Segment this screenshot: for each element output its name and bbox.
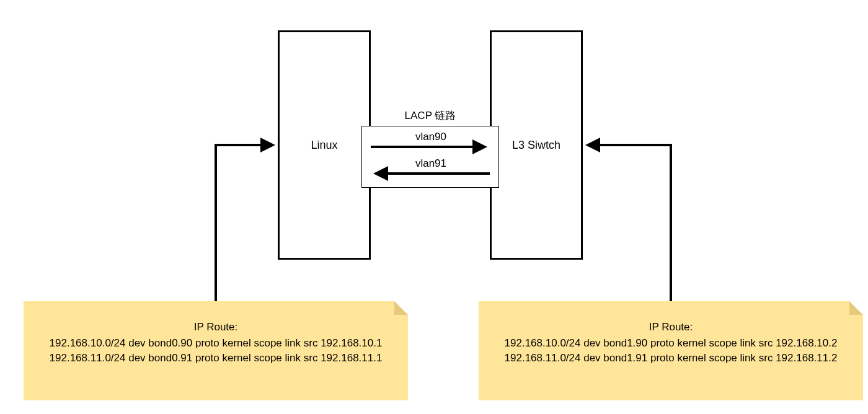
node-linux-label: Linux xyxy=(311,139,337,152)
note-switch-routes: IP Route: 192.168.10.0/24 dev bond1.90 p… xyxy=(479,301,863,400)
link-vlan91-label: vlan91 xyxy=(409,157,453,170)
note-fold-icon xyxy=(394,301,408,315)
note-fold-icon xyxy=(849,301,863,315)
note-left-line2: 192.168.11.0/24 dev bond0.91 proto kerne… xyxy=(24,351,408,366)
link-lacp-label: LACP 链路 xyxy=(393,108,467,123)
connector-note-left xyxy=(216,145,273,301)
node-linux: Linux xyxy=(278,30,371,260)
note-right-line2: 192.168.11.0/24 dev bond1.91 proto kerne… xyxy=(479,351,863,366)
note-left-title: IP Route: xyxy=(24,320,408,335)
node-switch-label: L3 Siwtch xyxy=(512,139,560,152)
note-right-title: IP Route: xyxy=(479,320,863,335)
link-vlan90-label: vlan90 xyxy=(409,131,453,143)
note-left-line1: 192.168.10.0/24 dev bond0.90 proto kerne… xyxy=(24,336,408,351)
note-right-line1: 192.168.10.0/24 dev bond1.90 proto kerne… xyxy=(479,336,863,351)
node-switch: L3 Siwtch xyxy=(490,30,583,260)
diagram-canvas: Linux L3 Siwtch LACP 链路 vlan90 vlan91 IP… xyxy=(0,0,868,414)
connector-note-right xyxy=(588,145,671,301)
note-linux-routes: IP Route: 192.168.10.0/24 dev bond0.90 p… xyxy=(24,301,408,400)
